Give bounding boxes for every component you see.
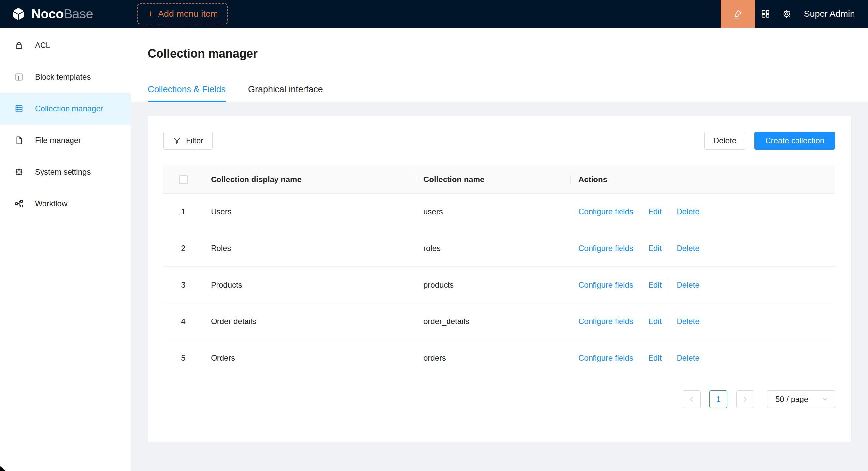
row-index: 5	[163, 340, 203, 376]
plugins-button[interactable]	[755, 0, 776, 28]
app-header: NocoBase + Add menu item	[0, 0, 868, 28]
cell-display-name: Roles	[203, 230, 415, 266]
cell-collection-name: products	[415, 266, 570, 303]
ui-editor-button[interactable]	[721, 0, 755, 28]
divider	[641, 317, 641, 325]
edit-link[interactable]: Edit	[648, 207, 662, 216]
cell-actions: Configure fieldsEditDelete	[570, 303, 835, 340]
toolbar-right: Delete Create collection	[704, 132, 835, 149]
settings-button[interactable]	[776, 0, 797, 28]
edit-link[interactable]: Edit	[648, 280, 662, 289]
row-index: 1	[163, 193, 203, 230]
configure-fields-link[interactable]: Configure fields	[578, 317, 633, 326]
configure-fields-link[interactable]: Configure fields	[578, 280, 633, 289]
cell-display-name: Users	[203, 193, 415, 230]
table-row: 3 Products products Configure fieldsEdit…	[163, 266, 835, 303]
edit-link[interactable]: Edit	[648, 354, 662, 362]
select-all-checkbox[interactable]	[179, 175, 188, 184]
edit-link[interactable]: Edit	[648, 244, 662, 253]
pagination-prev-button[interactable]	[683, 390, 701, 408]
filter-button[interactable]: Filter	[163, 132, 213, 149]
content-area: Filter Delete Create collection	[131, 102, 868, 471]
cursor-artifact	[0, 466, 6, 471]
layout: ACL Block templates Collection manager	[0, 28, 868, 471]
cell-collection-name: users	[415, 193, 570, 230]
sidebar-item-label: Workflow	[35, 199, 67, 208]
layout-icon	[14, 72, 24, 82]
configure-fields-link[interactable]: Configure fields	[578, 354, 633, 362]
sidebar-item-workflow[interactable]: Workflow	[0, 188, 131, 220]
tabs-bar: Collections & Fields Graphical interface	[131, 84, 868, 102]
tab-graphical-interface[interactable]: Graphical interface	[248, 84, 323, 102]
brand-name-light: Base	[64, 7, 93, 21]
cell-actions: Configure fieldsEditDelete	[570, 340, 835, 376]
collections-table: Collection display name Collection name …	[163, 166, 835, 376]
sidebar-item-collection-manager[interactable]: Collection manager	[0, 93, 131, 125]
cell-actions: Configure fieldsEditDelete	[570, 266, 835, 303]
table-row: 5 Orders orders Configure fieldsEditDele…	[163, 340, 835, 376]
pagination-next-button[interactable]	[736, 390, 754, 408]
divider	[669, 281, 669, 289]
chevron-down-icon	[822, 396, 828, 403]
divider	[641, 354, 641, 362]
cell-display-name: Order details	[203, 303, 415, 340]
app: NocoBase + Add menu item	[0, 0, 868, 471]
delete-link[interactable]: Delete	[677, 317, 699, 326]
column-header-actions: Actions	[570, 166, 835, 193]
user-menu[interactable]: Super Admin	[804, 9, 855, 19]
table-row: 2 Roles roles Configure fieldsEditDelete	[163, 230, 835, 266]
column-header-name: Collection name	[415, 166, 570, 193]
main-area: Collection manager Collections & Fields …	[131, 28, 868, 471]
divider	[641, 281, 641, 289]
table-row: 4 Order details order_details Configure …	[163, 303, 835, 340]
cell-collection-name: roles	[415, 230, 570, 266]
plus-icon: +	[147, 8, 154, 19]
edit-link[interactable]: Edit	[648, 317, 662, 326]
sidebar-item-label: Collection manager	[35, 104, 103, 113]
sidebar-item-acl[interactable]: ACL	[0, 30, 131, 61]
delete-link[interactable]: Delete	[677, 280, 699, 289]
column-header-display-name: Collection display name	[203, 166, 415, 193]
create-collection-button[interactable]: Create collection	[754, 132, 835, 149]
cell-collection-name: orders	[415, 340, 570, 376]
delete-link[interactable]: Delete	[677, 207, 699, 216]
row-index: 3	[163, 266, 203, 303]
chevron-right-icon	[742, 396, 748, 403]
sidebar-item-block-templates[interactable]: Block templates	[0, 61, 131, 93]
header-right-cluster: Super Admin	[721, 0, 868, 28]
divider	[669, 244, 669, 252]
lock-icon	[14, 41, 24, 50]
sidebar-item-label: File manager	[35, 136, 81, 145]
brand-name-bold: Noco	[31, 7, 64, 21]
pagination-page-1[interactable]: 1	[710, 390, 727, 408]
page-title: Collection manager	[131, 47, 868, 61]
delete-button[interactable]: Delete	[704, 132, 745, 149]
add-menu-item-button[interactable]: + Add menu item	[137, 3, 228, 24]
chevron-left-icon	[688, 396, 695, 403]
filter-icon	[173, 136, 181, 145]
delete-link[interactable]: Delete	[677, 354, 699, 362]
collections-card: Filter Delete Create collection	[148, 116, 851, 442]
sidebar-item-system-settings[interactable]: System settings	[0, 156, 131, 188]
delete-link[interactable]: Delete	[677, 244, 699, 253]
sidebar-item-label: ACL	[35, 41, 51, 50]
create-collection-label: Create collection	[765, 136, 824, 145]
brand-name: NocoBase	[31, 7, 93, 22]
cell-actions: Configure fieldsEditDelete	[570, 230, 835, 266]
gear-icon	[782, 9, 792, 19]
page-size-select[interactable]: 50 / page	[767, 390, 835, 408]
divider	[669, 207, 669, 215]
grid-icon	[761, 9, 771, 19]
cell-actions: Configure fieldsEditDelete	[570, 193, 835, 230]
page-head: Collection manager Collections & Fields …	[131, 28, 868, 102]
page-size-value: 50 / page	[775, 395, 808, 404]
pagination: 1 50 / page	[163, 390, 835, 408]
cell-collection-name: order_details	[415, 303, 570, 340]
configure-fields-link[interactable]: Configure fields	[578, 244, 633, 253]
tab-collections-fields[interactable]: Collections & Fields	[148, 84, 226, 102]
configure-fields-link[interactable]: Configure fields	[578, 207, 633, 216]
table-header-row: Collection display name Collection name …	[163, 166, 835, 193]
sidebar-item-file-manager[interactable]: File manager	[0, 125, 131, 156]
divider	[641, 207, 641, 215]
highlighter-icon	[733, 8, 743, 19]
